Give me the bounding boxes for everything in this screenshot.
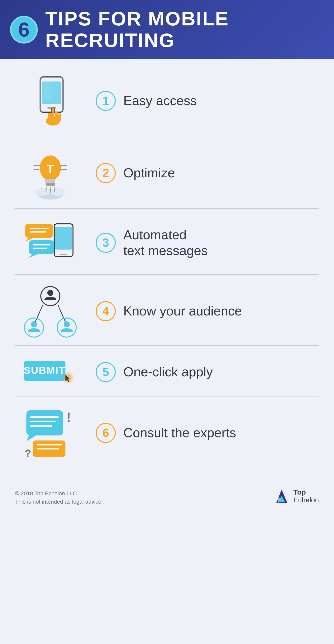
svg-text:!: ! (66, 410, 71, 424)
tip-number-6: 6 (96, 423, 116, 443)
tip-icon-3 (15, 219, 86, 267)
svg-rect-26 (55, 227, 72, 250)
svg-point-43 (64, 321, 70, 327)
svg-rect-18 (45, 179, 55, 183)
footer-logo: Top Echelon (274, 487, 319, 506)
tip-label-1: 1 Easy access (86, 91, 319, 111)
svg-text:T: T (47, 162, 54, 176)
svg-point-40 (24, 318, 44, 337)
svg-rect-10 (51, 107, 54, 113)
svg-point-42 (57, 318, 76, 337)
svg-rect-6 (48, 113, 51, 122)
footer-disclaimer: This is not intended as legal advice. (15, 498, 103, 506)
tip-row-2: T 2 Optimize (15, 135, 319, 208)
header-number: 6 (18, 20, 30, 40)
tip-text-6: Consult the experts (123, 425, 236, 440)
header-title: TIPS FOR MOBILE RECRUITING (45, 8, 321, 51)
svg-point-37 (47, 290, 53, 296)
chat-bubbles-icon: ! ? (24, 407, 77, 459)
svg-rect-8 (55, 112, 58, 121)
phone-hand-icon (28, 74, 73, 127)
tip-icon-2: T (15, 145, 86, 201)
tip-row-6: ! ? 6 Consult the experts (15, 396, 319, 467)
svg-rect-3 (44, 83, 52, 100)
tip-row-1: 1 Easy access (15, 64, 319, 135)
tip-text-1: Easy access (123, 93, 197, 108)
submit-icon: SUBMIT (21, 356, 79, 388)
svg-rect-49 (26, 410, 63, 435)
svg-marker-53 (26, 435, 36, 441)
tip-row-5: SUBMIT 5 One-click apply (15, 346, 319, 396)
svg-rect-9 (58, 113, 61, 121)
tip-label-5: 5 One-click apply (86, 362, 319, 382)
logo-triangle-icon (274, 487, 290, 506)
network-people-icon (20, 285, 81, 338)
svg-marker-35 (29, 254, 38, 258)
tip-icon-1 (15, 74, 86, 127)
svg-rect-32 (29, 240, 54, 254)
svg-rect-28 (25, 224, 53, 238)
tip-icon-5: SUBMIT (15, 356, 86, 388)
svg-point-12 (35, 188, 50, 196)
tip-label-3: 3 Automatedtext messages (86, 227, 319, 258)
header-number-badge: 6 (10, 16, 38, 44)
tip-number-3: 3 (96, 233, 116, 253)
tip-label-4: 4 Know your audience (86, 301, 319, 321)
svg-text:SUBMIT: SUBMIT (24, 365, 65, 376)
tip-icon-6: ! ? (15, 407, 86, 459)
footer-logo-bottom: Echelon (293, 496, 319, 504)
tip-text-3: Automatedtext messages (123, 227, 208, 258)
tip-number-5: 5 (96, 362, 116, 382)
svg-point-13 (50, 188, 65, 196)
tip-text-5: One-click apply (123, 364, 213, 380)
svg-rect-27 (60, 254, 67, 255)
tip-number-1: 1 (96, 91, 116, 111)
tip-icon-4 (15, 285, 86, 338)
footer-logo-text: Top Echelon (293, 489, 319, 504)
footer-left: © 2018 Top Echelon LLC This is not inten… (15, 489, 103, 506)
footer-copyright: © 2018 Top Echelon LLC (15, 489, 103, 498)
tip-number-2: 2 (96, 163, 116, 183)
tip-text-2: Optimize (123, 165, 175, 181)
tip-label-2: 2 Optimize (86, 163, 319, 183)
tip-text-4: Know your audience (123, 303, 242, 319)
footer: © 2018 Top Echelon LLC This is not inten… (0, 482, 334, 516)
tip-label-6: 6 Consult the experts (86, 423, 319, 443)
tip-row-4: 4 Know your audience (15, 275, 319, 345)
svg-point-36 (41, 287, 60, 306)
bulb-rocket-icon: T (25, 145, 76, 201)
messages-phone-icon (21, 219, 79, 267)
tip-row-3: 3 Automatedtext messages (15, 209, 319, 274)
header: 6 TIPS FOR MOBILE RECRUITING (0, 0, 334, 59)
svg-text:?: ? (25, 447, 31, 459)
svg-rect-19 (46, 183, 55, 186)
footer-logo-top: Top (293, 489, 319, 496)
tip-number-4: 4 (96, 301, 116, 321)
content-area: 1 Easy access T (0, 59, 334, 477)
svg-point-41 (31, 321, 37, 327)
